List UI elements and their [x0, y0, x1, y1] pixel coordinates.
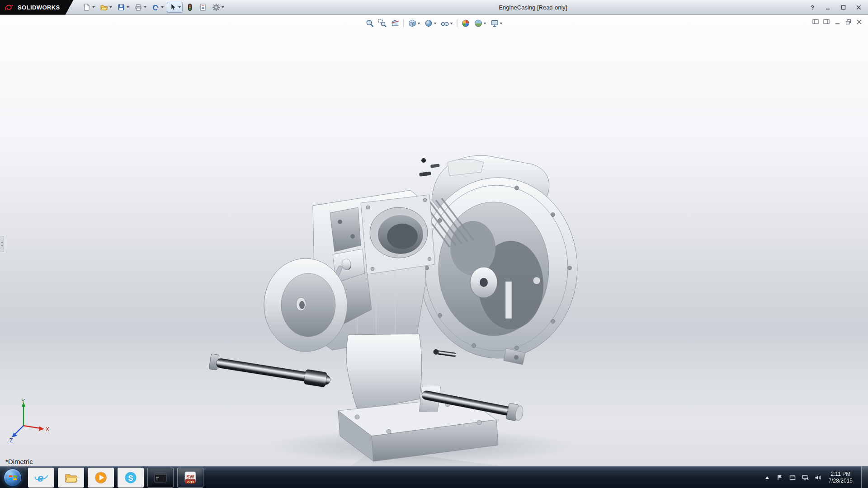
- network-button[interactable]: [802, 474, 809, 481]
- y-axis-label: Y: [21, 399, 25, 404]
- pane-right-button[interactable]: [823, 18, 830, 25]
- media-player-icon: [94, 471, 108, 484]
- close-icon: [856, 5, 861, 10]
- solidworks-logo-icon: [5, 4, 14, 11]
- section-view-button[interactable]: [390, 18, 401, 29]
- chevron-down-icon: [434, 23, 437, 24]
- zoom-to-fit-button[interactable]: [364, 18, 376, 29]
- display-style-button[interactable]: [423, 18, 438, 29]
- undo-button[interactable]: [150, 2, 165, 13]
- clock-date: 7/28/2015: [829, 478, 853, 484]
- quick-access-toolbar: [81, 2, 226, 13]
- chevron-up-icon: [764, 475, 770, 480]
- rebuild-icon: [186, 3, 194, 11]
- orientation-triad: Y X Z: [9, 399, 52, 444]
- network-icon: [802, 474, 809, 481]
- undo-icon: [151, 3, 160, 11]
- engine-casing-geometry: [209, 155, 577, 461]
- solidworks-glyph: SW: [186, 474, 194, 479]
- pane-right-icon: [823, 19, 830, 25]
- volume-button[interactable]: [814, 474, 822, 481]
- brand-label: SOLIDWORKS: [18, 4, 60, 11]
- maximize-icon: [841, 5, 846, 10]
- action-center-button[interactable]: [776, 474, 784, 481]
- save-button[interactable]: [115, 2, 131, 13]
- doc-restore-button[interactable]: [844, 18, 852, 25]
- pane-left-icon: [812, 19, 819, 25]
- select-button[interactable]: [167, 2, 183, 13]
- edit-appearance-button[interactable]: [460, 18, 472, 29]
- zoom-to-area-button[interactable]: [377, 18, 388, 29]
- section-view-icon: [391, 19, 400, 28]
- chevron-down-icon: [418, 23, 420, 24]
- taskbar-item-skype[interactable]: S: [118, 468, 144, 488]
- new-document-icon: [83, 3, 91, 11]
- file-properties-icon: [199, 3, 207, 11]
- solidworks-year-badge: 2015: [187, 479, 194, 483]
- chevron-down-icon: [92, 6, 95, 8]
- file-properties-button[interactable]: [197, 2, 209, 13]
- taskbar-item-command-prompt[interactable]: [147, 468, 174, 488]
- chevron-down-icon: [484, 23, 486, 24]
- view-settings-icon: [491, 19, 499, 28]
- taskbar-clock[interactable]: 2:11 PM 7/28/2015: [827, 471, 856, 484]
- open-icon: [100, 3, 108, 11]
- doc-close-icon: [856, 19, 862, 25]
- toolbar-separator: [457, 19, 458, 27]
- doc-close-button[interactable]: [855, 18, 863, 25]
- maximize-button[interactable]: [839, 3, 847, 11]
- toolbar-separator: [404, 19, 404, 27]
- chevron-down-icon: [222, 6, 224, 8]
- pane-left-button[interactable]: [812, 18, 819, 25]
- x-axis-arrow: [39, 427, 44, 431]
- taskpane-collapse-tab[interactable]: [0, 236, 4, 252]
- rebuild-button[interactable]: [184, 2, 196, 13]
- edit-appearance-icon: [462, 19, 470, 28]
- engine-casing-model[interactable]: [194, 146, 601, 466]
- skype-glyph: S: [128, 474, 133, 482]
- flag-icon: [777, 474, 783, 481]
- apply-scene-button[interactable]: [473, 18, 488, 29]
- options-gear-icon: [212, 3, 220, 11]
- hidden-window-icon: [789, 474, 796, 481]
- volume-icon: [815, 474, 821, 481]
- solidworks-icon: SW 2015: [184, 471, 197, 484]
- view-orientation-icon: [408, 19, 417, 28]
- start-button[interactable]: [4, 469, 22, 487]
- open-button[interactable]: [98, 2, 114, 13]
- internet-explorer-icon: e: [34, 471, 48, 484]
- print-icon: [134, 3, 142, 11]
- show-desktop-button[interactable]: [861, 467, 868, 488]
- system-tray: 2:11 PM 7/28/2015: [764, 467, 868, 488]
- taskbar-item-media-player[interactable]: [88, 468, 114, 488]
- titlebar-controls: ?: [808, 3, 868, 11]
- zoom-to-area-icon: [378, 19, 387, 28]
- chevron-down-icon: [178, 6, 181, 8]
- taskbar-item-solidworks[interactable]: SW 2015: [177, 468, 203, 488]
- document-window-controls: [812, 18, 863, 25]
- chevron-down-icon: [144, 6, 146, 8]
- display-style-icon: [425, 19, 433, 28]
- hidden-window-button[interactable]: [789, 474, 797, 481]
- minimize-icon: [826, 5, 830, 10]
- brand-area: SOLIDWORKS: [0, 0, 74, 15]
- help-icon[interactable]: ?: [808, 3, 816, 11]
- close-button[interactable]: [854, 3, 863, 11]
- doc-minimize-button[interactable]: [834, 18, 841, 25]
- graphics-viewport[interactable]: Y X Z *Dimetric: [0, 15, 868, 466]
- headsup-view-toolbar: [364, 18, 504, 29]
- new-document-button[interactable]: [81, 2, 97, 13]
- print-button[interactable]: [132, 2, 148, 13]
- taskbar-item-internet-explorer[interactable]: e: [28, 468, 54, 488]
- hide-show-items-button[interactable]: [439, 18, 454, 29]
- clock-time: 2:11 PM: [829, 471, 853, 478]
- apply-scene-icon: [474, 19, 483, 28]
- view-settings-button[interactable]: [489, 18, 504, 29]
- taskbar-item-windows-explorer[interactable]: [58, 468, 84, 488]
- minimize-button[interactable]: [824, 3, 832, 11]
- window-title: EngineCasing [Read-only]: [499, 4, 567, 11]
- z-axis-label: Z: [9, 437, 13, 444]
- view-orientation-button[interactable]: [407, 18, 422, 29]
- options-button[interactable]: [210, 2, 226, 13]
- tray-expand-button[interactable]: [764, 474, 771, 481]
